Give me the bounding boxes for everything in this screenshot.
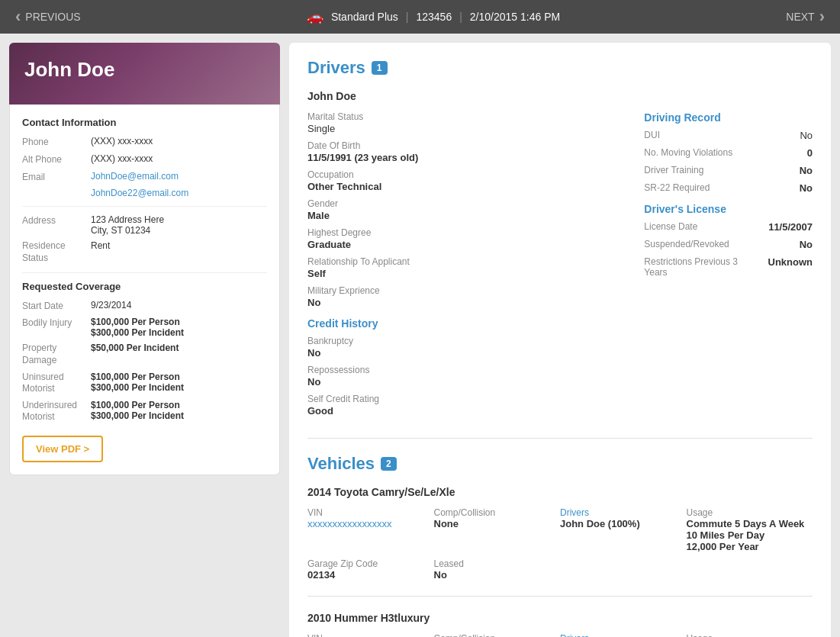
vehicle1-comp-label: Comp/Collision (434, 507, 561, 518)
vehicle1-usage-line1: Commute 5 Days A Week (687, 518, 813, 529)
bodily-injury-line2: $300,000 Per Incident (91, 327, 184, 338)
license-date-row: License Date 11/5/2007 (644, 221, 813, 233)
vehicle1-garage-value: 02134 (307, 569, 434, 581)
right-arrow-icon: › (819, 7, 825, 27)
previous-button[interactable]: ‹ PREVIOUS (15, 7, 81, 27)
address-row: Address 123 Address Here City, ST 01234 (22, 214, 267, 236)
address-label: Address (22, 214, 91, 236)
vehicle2-usage-item: Usage Commute 5 Days A Week 46 Miles Per… (687, 633, 813, 637)
car-icon: 🚗 (307, 8, 323, 25)
v1-empty2 (687, 558, 813, 581)
drivers-section-header: Drivers 1 (307, 58, 813, 78)
relationship-value: Self (307, 268, 476, 279)
email2-link[interactable]: JohnDoe22@email.com (91, 188, 188, 198)
vehicle1-drivers-item: Drivers John Doe (100%) (560, 507, 687, 552)
moving-violations-row: No. Moving Violations 0 (644, 147, 813, 159)
vehicle1-usage-label: Usage (687, 507, 813, 518)
vehicle1-leased-item: Leased No (434, 558, 561, 581)
underinsured-label-text: Underinsured Motorist (22, 400, 77, 423)
dui-item: DUI No (644, 130, 813, 141)
military-label: Military Exprience (307, 285, 476, 296)
moving-violations-label: No. Moving Violations (644, 147, 732, 158)
email2-row: JohnDoe22@email.com (22, 188, 267, 198)
address-line2: City, ST 01234 (91, 225, 150, 236)
driver-training-value: No (800, 165, 813, 176)
underinsured-row: Underinsured Motorist $100,000 Per Perso… (22, 400, 267, 423)
sr22-row: SR-22 Required No (644, 182, 813, 194)
repossessions-item: Repossessions No (307, 365, 476, 388)
alt-phone-label: Alt Phone (22, 153, 91, 166)
coverage-divider (22, 272, 267, 273)
gender-value: Male (307, 210, 476, 221)
vehicle2-vin-label: VIN (307, 633, 434, 637)
view-pdf-button[interactable]: View PDF > (22, 436, 103, 462)
vehicle1-usage-line2: 10 Miles Per Day (687, 529, 813, 541)
vehicle1-vin-label: VIN (307, 507, 434, 518)
drivers-badge: 1 (372, 61, 388, 75)
vehicle1-2-divider (307, 596, 813, 597)
underinsured-label: Underinsured Motorist (22, 400, 91, 423)
property-damage-row: Property Damage $50,000 Per Incident (22, 343, 267, 366)
uninsured-row: Uninsured Motorist $100,000 Per Person $… (22, 372, 267, 395)
vehicles-title: Vehicles (307, 454, 375, 474)
residence-label: Residence Status (22, 240, 91, 264)
bankruptcy-label: Bankruptcy (307, 336, 476, 346)
v1-empty1 (560, 558, 687, 581)
moving-violations-value: 0 (807, 147, 813, 159)
residence-row: Residence Status Rent (22, 240, 267, 264)
vehicle1-name: 2014 Toyota Camry/Se/Le/Xle (307, 486, 813, 498)
suspended-item: Suspended/Revoked No (644, 239, 813, 250)
drivers-license-block: Driver's License License Date 11/5/2007 … (644, 203, 813, 278)
vehicle1-drivers-label: Drivers (560, 507, 687, 518)
self-credit-label: Self Credit Rating (307, 394, 476, 404)
next-button[interactable]: NEXT › (786, 7, 825, 27)
bankruptcy-value: No (307, 347, 476, 359)
phone-value: (XXX) xxx-xxxx (91, 136, 153, 149)
email1-link[interactable]: JohnDoe@email.com (91, 171, 179, 182)
phone-label: Phone (22, 136, 91, 149)
sr22-label: SR-22 Required (644, 182, 710, 193)
bodily-injury-row: Bodily Injury $100,000 Per Person $300,0… (22, 317, 267, 338)
right-content: Drivers 1 John Doe Marital Status Single… (289, 43, 831, 637)
marital-status-label: Marital Status (307, 111, 476, 122)
vehicle1-drivers-value: John Doe (100%) (560, 518, 687, 529)
restrictions-value: Unknown (768, 256, 813, 278)
main-layout: John Doe Contact Information Phone (XXX)… (0, 34, 840, 637)
vehicle1-comp-item: Comp/Collision None (434, 507, 561, 552)
license-date-label: License Date (644, 221, 697, 232)
address-line1: 123 Address Here (91, 214, 164, 225)
vehicle1-leased-label: Leased (434, 558, 561, 569)
dob-value: 11/5/1991 (23 years old) (307, 152, 476, 163)
uninsured-value: $100,000 Per Person $300,000 Per Inciden… (91, 372, 184, 395)
vehicle1-grid: VIN xxxxxxxxxxxxxxxxx Comp/Collision Non… (307, 507, 813, 552)
spacer-col (476, 111, 645, 423)
contact-section-title: Contact Information (22, 117, 267, 128)
personal-info-col: Marital Status Single Date Of Birth 11/5… (307, 111, 476, 423)
bodily-injury-label: Bodily Injury (22, 317, 91, 338)
start-date-row: Start Date 9/23/2014 (22, 300, 267, 313)
highest-degree-value: Graduate (307, 239, 476, 250)
relationship-label: Relationship To Applicant (307, 256, 476, 267)
repossessions-label: Repossessions (307, 365, 476, 375)
occupation-item: Occupation Other Technical (307, 169, 476, 192)
dob-item: Date Of Birth 11/5/1991 (23 years old) (307, 140, 476, 163)
vehicle1-grid2: Garage Zip Code 02134 Leased No (307, 558, 813, 581)
suspended-row: Suspended/Revoked No (644, 239, 813, 250)
top-nav: ‹ PREVIOUS 🚗 Standard Plus | 123456 | 2/… (0, 0, 840, 34)
phone-row: Phone (XXX) xxx-xxxx (22, 136, 267, 149)
underinsured-value: $100,000 Per Person $300,000 Per Inciden… (91, 400, 184, 423)
uninsured-label: Uninsured Motorist (22, 372, 91, 395)
vehicle2-comp-label: Comp/Collision (434, 633, 561, 637)
driver-training-row: Driver Training No (644, 165, 813, 176)
coverage-section-title: Requested Coverage (22, 281, 267, 292)
relationship-item: Relationship To Applicant Self (307, 256, 476, 279)
vehicle1-vin-item: VIN xxxxxxxxxxxxxxxxx (307, 507, 434, 552)
moving-violations-item: No. Moving Violations 0 (644, 147, 813, 159)
date-time: 2/10/2015 1:46 PM (470, 11, 560, 23)
vehicle1-garage-item: Garage Zip Code 02134 (307, 558, 434, 581)
restrictions-label: Restrictions Previous 3 Years (644, 256, 761, 278)
vehicle2-comp-item: Comp/Collision $500/$500 (434, 633, 561, 637)
address-value: 123 Address Here City, ST 01234 (91, 214, 164, 236)
dui-label: DUI (644, 130, 660, 140)
underinsured-line2: $300,000 Per Incident (91, 410, 184, 421)
